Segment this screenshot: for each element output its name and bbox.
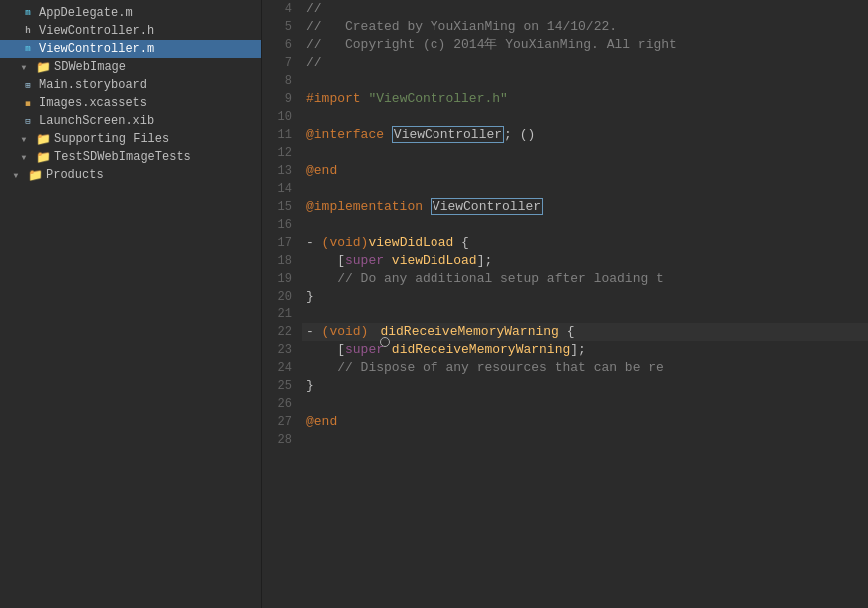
sidebar-item-view-controller-h[interactable]: hViewController.h xyxy=(0,22,261,40)
token: ]; xyxy=(570,342,586,357)
file-navigator: mAppDelegate.mhViewController.hmViewCont… xyxy=(0,0,262,608)
code-line: 13@end xyxy=(262,162,868,180)
token: // xyxy=(306,1,322,16)
code-line: 26 xyxy=(262,395,868,413)
sidebar-item-sdwebimage[interactable]: 📁SDWebImage xyxy=(0,58,261,76)
line-number: 12 xyxy=(262,144,302,162)
line-text[interactable]: // xyxy=(302,0,868,18)
line-number: 26 xyxy=(262,395,302,413)
sidebar-item-supporting-files[interactable]: 📁Supporting Files xyxy=(0,130,261,148)
token: [ xyxy=(306,342,345,357)
sidebar-item-label: Main.storyboard xyxy=(39,78,147,92)
code-line: 15@implementation ViewController xyxy=(262,198,868,216)
code-line: 16 xyxy=(262,216,868,234)
code-line: 21 xyxy=(262,305,868,323)
sidebar-item-products[interactable]: 📁Products xyxy=(0,166,261,184)
sidebar-item-app-delegate-m[interactable]: mAppDelegate.m xyxy=(0,4,261,22)
line-text[interactable]: // xyxy=(302,54,868,72)
sidebar-item-main-storyboard[interactable]: ⊞Main.storyboard xyxy=(0,76,261,94)
line-text[interactable] xyxy=(302,108,868,126)
token: { xyxy=(453,235,469,250)
code-line: 27@end xyxy=(262,413,868,431)
token: super xyxy=(345,253,384,268)
sidebar-item-launchscreen-xib[interactable]: ⊟LaunchScreen.xib xyxy=(0,112,261,130)
token: super xyxy=(345,342,384,357)
token: } xyxy=(306,378,314,393)
sidebar-item-label: AppDelegate.m xyxy=(39,6,133,20)
code-line: 20} xyxy=(262,288,868,305)
token: - xyxy=(306,235,322,250)
line-text[interactable] xyxy=(302,72,868,90)
line-number: 14 xyxy=(262,180,302,198)
token: didReceiveMemoryWarning xyxy=(368,324,558,339)
token: // Copyright (c) 2014年 YouXianMing. All … xyxy=(306,37,677,52)
line-text[interactable]: // Do any additional setup after loading… xyxy=(302,270,868,288)
expand-arrow-icon xyxy=(8,168,24,182)
line-text[interactable]: } xyxy=(302,288,868,305)
code-line: 4// xyxy=(262,0,868,18)
code-table: 4//5// Created by YouXianMing on 14/10/2… xyxy=(262,0,868,449)
token: @interface xyxy=(306,127,392,142)
sidebar-item-label: Products xyxy=(46,168,104,182)
line-text[interactable]: @implementation ViewController xyxy=(302,198,868,216)
token: @implementation xyxy=(306,199,431,214)
sidebar-item-label: ViewController.h xyxy=(39,24,154,38)
line-number: 4 xyxy=(262,0,302,18)
token: // Created by YouXianMing on 14/10/22. xyxy=(306,19,617,34)
sidebar-item-testsdwebimage-tests[interactable]: 📁TestSDWebImageTests xyxy=(0,148,261,166)
line-number: 25 xyxy=(262,377,302,395)
line-number: 28 xyxy=(262,431,302,449)
line-text[interactable] xyxy=(302,431,868,449)
sidebar-item-label: TestSDWebImageTests xyxy=(54,150,191,164)
line-text[interactable]: // Created by YouXianMing on 14/10/22. xyxy=(302,18,868,36)
line-text[interactable] xyxy=(302,216,868,234)
group-folder-icon: 📁 xyxy=(35,150,51,164)
sidebar-item-images-xcassets[interactable]: ◼Images.xcassets xyxy=(0,94,261,112)
code-line: 25} xyxy=(262,377,868,395)
line-text[interactable]: // Copyright (c) 2014年 YouXianMing. All … xyxy=(302,36,868,54)
line-text[interactable]: @end xyxy=(302,413,868,431)
line-number: 18 xyxy=(262,252,302,270)
line-number: 7 xyxy=(262,54,302,72)
code-line: 9#import "ViewController.h" xyxy=(262,90,868,108)
line-text[interactable]: - (void)didReceiveMemoryWarning { xyxy=(302,323,868,341)
line-text[interactable]: // Dispose of any resources that can be … xyxy=(302,359,868,377)
token: ]; xyxy=(477,253,493,268)
class-name-boxed: ViewController xyxy=(392,126,504,143)
code-line: 24 // Dispose of any resources that can … xyxy=(262,359,868,377)
line-number: 11 xyxy=(262,126,302,144)
line-text[interactable]: @interface ViewController; () xyxy=(302,126,868,144)
line-number: 27 xyxy=(262,413,302,431)
token xyxy=(384,253,392,268)
token: viewDidLoad xyxy=(392,253,477,268)
token: // Dispose of any resources that can be … xyxy=(306,360,664,375)
line-text[interactable]: [super viewDidLoad]; xyxy=(302,252,868,270)
line-number: 5 xyxy=(262,18,302,36)
token: @end xyxy=(306,163,337,178)
line-number: 19 xyxy=(262,270,302,288)
line-text[interactable] xyxy=(302,305,868,323)
token: @end xyxy=(306,414,337,429)
line-text[interactable] xyxy=(302,395,868,413)
folder-icon: 📁 xyxy=(35,132,51,146)
code-line: 6// Copyright (c) 2014年 YouXianMing. All… xyxy=(262,36,868,54)
token: didReceiveMemoryWarning xyxy=(392,342,570,357)
line-text[interactable]: #import "ViewController.h" xyxy=(302,90,868,108)
sidebar-item-label: LaunchScreen.xib xyxy=(39,114,154,128)
line-number: 9 xyxy=(262,90,302,108)
line-text[interactable]: } xyxy=(302,377,868,395)
expand-arrow-icon xyxy=(16,60,32,74)
line-text[interactable]: - (void)viewDidLoad { xyxy=(302,234,868,252)
line-number: 17 xyxy=(262,234,302,252)
line-number: 16 xyxy=(262,216,302,234)
line-text[interactable] xyxy=(302,180,868,198)
sidebar-item-view-controller-m[interactable]: mViewController.m xyxy=(0,40,261,58)
m-file-icon: m xyxy=(20,6,36,20)
m-file-icon: m xyxy=(20,42,36,56)
token: (void) xyxy=(322,324,369,339)
token: - xyxy=(306,324,322,339)
sidebar-item-label: SDWebImage xyxy=(54,60,126,74)
line-text[interactable]: @end xyxy=(302,162,868,180)
token: ; () xyxy=(504,127,535,142)
line-text[interactable] xyxy=(302,144,868,162)
